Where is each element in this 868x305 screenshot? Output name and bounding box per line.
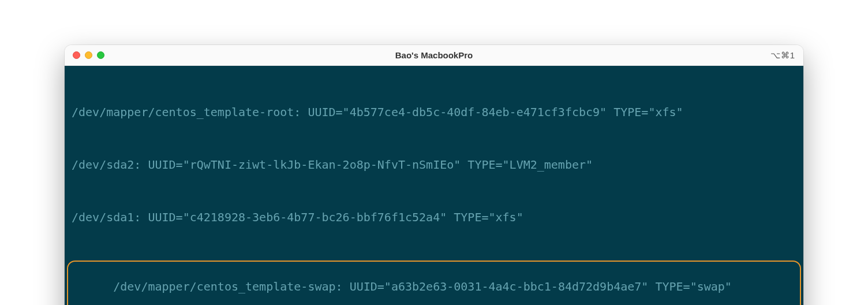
- tab-shortcut-label: ⌥⌘1: [770, 50, 795, 61]
- output-line: /dev/mapper/centos_template-root: UUID="…: [65, 103, 803, 122]
- window-title: Bao's MacbookPro: [65, 50, 803, 60]
- terminal-body[interactable]: /dev/mapper/centos_template-root: UUID="…: [65, 66, 803, 305]
- minimize-icon[interactable]: [85, 51, 92, 59]
- terminal-window: Bao's MacbookPro ⌥⌘1 /dev/mapper/centos_…: [65, 45, 803, 305]
- output-line: /dev/sda2: UUID="rQwTNI-ziwt-lkJb-Ekan-2…: [65, 155, 803, 174]
- maximize-icon[interactable]: [97, 51, 104, 59]
- traffic-lights: [73, 51, 104, 59]
- output-line-text: /dev/mapper/centos_template-swap: UUID="…: [113, 280, 732, 293]
- close-icon[interactable]: [73, 51, 80, 59]
- output-line-highlighted: /dev/mapper/centos_template-swap: UUID="…: [65, 261, 803, 305]
- output-line: /dev/sda1: UUID="c4218928-3eb6-4b77-bc26…: [65, 208, 803, 227]
- titlebar: Bao's MacbookPro ⌥⌘1: [65, 45, 803, 66]
